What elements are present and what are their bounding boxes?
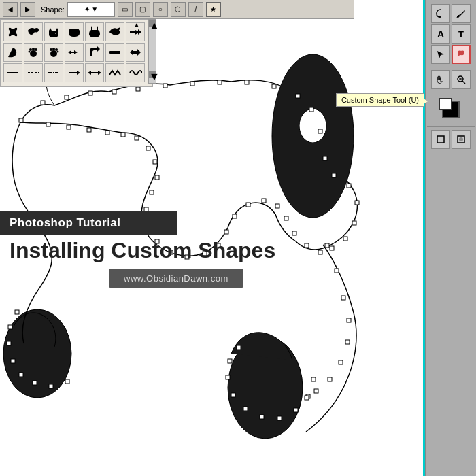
shape-rabbit[interactable] — [85, 22, 104, 41]
shape-line3[interactable] — [44, 63, 63, 82]
svg-rect-72 — [347, 318, 351, 322]
svg-rect-13 — [245, 80, 249, 84]
shape-label: Shape: — [41, 5, 65, 14]
svg-point-3 — [228, 337, 303, 439]
svg-rect-58 — [65, 379, 69, 384]
shape-selector[interactable]: ✦ ▼ — [67, 2, 115, 17]
toolbar-line-btn[interactable]: / — [188, 2, 203, 17]
svg-rect-19 — [332, 173, 336, 177]
custom-shape-tool[interactable] — [452, 45, 471, 64]
background-color[interactable] — [439, 98, 452, 110]
shape-bird2[interactable] — [105, 22, 124, 41]
svg-point-80 — [30, 50, 37, 57]
svg-rect-42 — [155, 175, 159, 180]
svg-point-2 — [3, 309, 71, 398]
tool-row-4 — [431, 70, 471, 89]
toolbar-ellipse-btn[interactable]: ○ — [153, 2, 168, 17]
svg-rect-59 — [237, 345, 241, 350]
shape-empty1[interactable] — [105, 43, 124, 62]
shape-empty2[interactable] — [126, 43, 145, 62]
picker-scroll-thumb[interactable]: ▲ — [149, 20, 156, 27]
svg-rect-10 — [163, 84, 167, 88]
shape-bird1[interactable] — [24, 22, 43, 41]
svg-rect-49 — [67, 125, 71, 129]
svg-point-85 — [50, 50, 57, 57]
path-select-tool[interactable] — [431, 45, 450, 64]
shape-wave[interactable] — [126, 63, 145, 82]
svg-rect-46 — [121, 133, 125, 137]
svg-rect-11 — [190, 82, 194, 86]
svg-rect-68 — [311, 377, 316, 381]
shape-paw1[interactable] — [24, 43, 43, 62]
toolbar-custom-btn[interactable]: ★ — [206, 2, 221, 17]
shape-zigzag[interactable] — [105, 63, 124, 82]
svg-rect-18 — [323, 156, 327, 160]
shape-double-arrow[interactable] — [65, 43, 84, 62]
picker-scroll-thumb-down[interactable]: ▼ — [149, 71, 156, 78]
website-text: www.ObsidianDawn.com — [124, 273, 228, 284]
svg-rect-5 — [41, 101, 45, 105]
shape-arrow-end[interactable] — [65, 63, 84, 82]
svg-point-82 — [32, 48, 35, 50]
svg-rect-9 — [136, 87, 140, 91]
shape-line2[interactable] — [24, 63, 43, 82]
toolbar-forward-btn[interactable]: ▶ — [20, 2, 35, 17]
svg-rect-21 — [355, 201, 359, 205]
website-badge: www.ObsidianDawn.com — [109, 269, 243, 288]
svg-rect-16 — [309, 107, 313, 112]
shape-paw2[interactable] — [44, 43, 63, 62]
toolbar-rect-btn[interactable]: ▭ — [118, 2, 133, 17]
svg-rect-65 — [277, 416, 282, 420]
shape-selector-icon: ✦ ▼ — [84, 5, 99, 13]
quick-mask[interactable] — [452, 130, 471, 149]
svg-point-89 — [57, 51, 59, 53]
tutorial-banner-text: Photoshop Tutorial — [10, 216, 121, 229]
toolbar-rounded-btn[interactable]: ▢ — [135, 2, 150, 17]
svg-line-97 — [462, 81, 465, 84]
shape-arrow-both[interactable] — [85, 63, 104, 82]
toolbar-polygon-btn[interactable]: ⬡ — [171, 2, 186, 17]
right-panel: A T — [425, 0, 476, 476]
shape-cat[interactable] — [44, 22, 63, 41]
svg-point-86 — [50, 48, 52, 51]
svg-rect-62 — [231, 393, 235, 397]
shape-row-3 — [3, 63, 150, 82]
svg-rect-60 — [228, 359, 232, 363]
svg-rect-6 — [65, 95, 69, 99]
hand-tool[interactable] — [431, 70, 450, 89]
pen-tool[interactable] — [452, 4, 471, 23]
zoom-tool[interactable] — [452, 70, 471, 89]
svg-point-87 — [52, 48, 55, 50]
svg-rect-12 — [218, 80, 222, 84]
toolbar-back-btn[interactable]: ◀ — [3, 2, 18, 17]
shape-dog[interactable] — [65, 22, 84, 41]
lasso-tool[interactable] — [431, 4, 450, 23]
svg-rect-56 — [33, 381, 37, 385]
svg-rect-52 — [8, 325, 12, 329]
svg-rect-15 — [296, 94, 300, 98]
svg-rect-76 — [314, 389, 318, 393]
svg-rect-75 — [328, 377, 332, 381]
shape-bone[interactable] — [3, 22, 22, 41]
panel-divider-1 — [427, 67, 475, 67]
svg-rect-17 — [318, 129, 322, 133]
shape-bent-arrow[interactable] — [85, 43, 104, 62]
svg-point-81 — [29, 48, 32, 51]
tooltip-text: Custom Shape Tool (U) — [341, 96, 419, 104]
text-tool[interactable]: A — [431, 24, 450, 44]
svg-rect-57 — [49, 384, 53, 388]
custom-shape-tool-tooltip: Custom Shape Tool (U) — [336, 93, 424, 107]
shape-line1[interactable] — [3, 63, 22, 82]
svg-rect-64 — [260, 415, 264, 419]
standard-mode[interactable] — [431, 130, 450, 149]
svg-rect-54 — [11, 359, 15, 363]
type-tool[interactable]: T — [452, 24, 471, 44]
svg-rect-74 — [339, 360, 343, 364]
svg-point-83 — [35, 48, 37, 51]
color-swatches[interactable] — [438, 97, 464, 122]
picker-scrollbar[interactable]: ▲ ▼ — [148, 19, 156, 84]
main-title: Installing Custom Shapes — [0, 235, 354, 267]
shape-feather[interactable] — [3, 43, 22, 62]
svg-rect-50 — [46, 122, 50, 126]
svg-rect-100 — [437, 136, 444, 143]
